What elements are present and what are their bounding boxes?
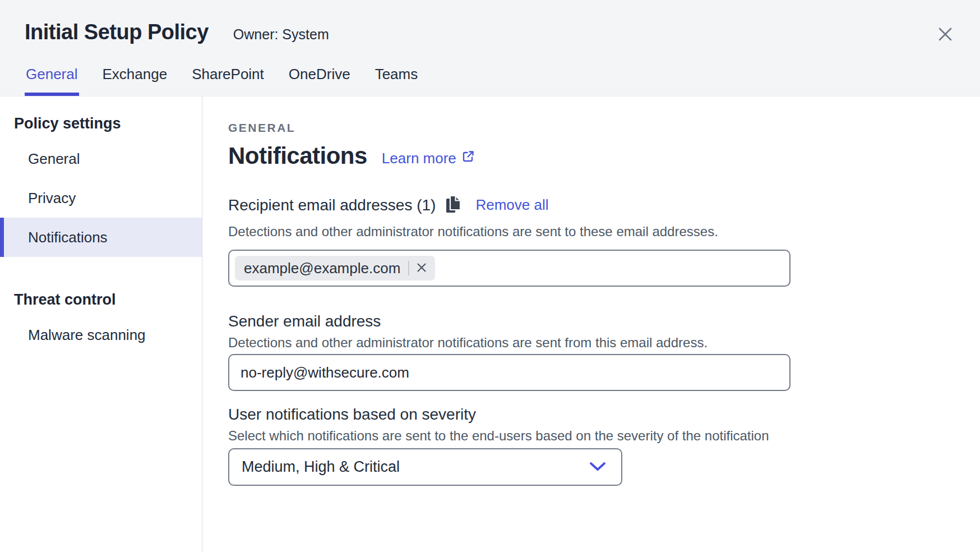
external-link-icon xyxy=(461,150,475,167)
sender-email-field[interactable] xyxy=(228,354,791,391)
sender-email-label: Sender email address xyxy=(228,312,980,330)
learn-more-label: Learn more xyxy=(382,150,456,167)
copy-icon xyxy=(446,195,461,215)
sidebar-item-general[interactable]: General xyxy=(0,139,202,178)
chip-remove-button[interactable] xyxy=(415,261,428,276)
dialog-header: Initial Setup Policy Owner: System Gener… xyxy=(0,0,980,96)
chip-divider xyxy=(408,261,409,275)
tab-onedrive[interactable]: OneDrive xyxy=(288,66,352,96)
sidebar-item-malware-scanning[interactable]: Malware scanning xyxy=(0,315,202,355)
policy-dialog: Initial Setup Policy Owner: System Gener… xyxy=(0,0,980,551)
recipient-emails-input[interactable]: example@example.com xyxy=(228,250,791,287)
sidebar-section-gap xyxy=(0,257,202,284)
close-icon xyxy=(936,25,954,45)
tab-teams[interactable]: Teams xyxy=(374,66,419,96)
section-eyebrow: GENERAL xyxy=(228,121,980,135)
severity-dropdown[interactable]: Medium, High & Critical xyxy=(228,448,622,486)
severity-description: Select which notifications are sent to t… xyxy=(228,428,980,444)
panel-title: Notifications xyxy=(228,142,367,169)
sidebar-item-notifications[interactable]: Notifications xyxy=(0,218,202,257)
sidebar-heading-threat-control: Threat control xyxy=(0,284,202,315)
title-row: Initial Setup Policy Owner: System xyxy=(25,20,329,44)
chip-remove-icon xyxy=(416,262,427,275)
recipient-emails-label: Recipient email addresses (1) xyxy=(228,196,436,214)
severity-label: User notifications based on severity xyxy=(228,406,980,424)
tab-general[interactable]: General xyxy=(25,66,79,96)
notifications-panel: GENERAL Notifications Learn more xyxy=(202,96,980,551)
tab-bar: General Exchange SharePoint OneDrive Tea… xyxy=(25,66,419,96)
page-title: Initial Setup Policy xyxy=(25,20,209,44)
sidebar-item-privacy[interactable]: Privacy xyxy=(0,178,202,218)
email-chip-value: example@example.com xyxy=(244,260,400,277)
sidebar-heading-policy-settings: Policy settings xyxy=(0,108,202,139)
tab-sharepoint[interactable]: SharePoint xyxy=(191,66,265,96)
tab-exchange[interactable]: Exchange xyxy=(101,66,169,96)
sender-description: Detections and other administrator notif… xyxy=(228,335,980,351)
copy-button[interactable] xyxy=(446,195,461,215)
close-button[interactable] xyxy=(933,22,958,47)
owner-label: Owner: System xyxy=(233,26,329,43)
chevron-down-icon xyxy=(589,458,607,476)
recipient-description: Detections and other administrator notif… xyxy=(228,224,980,240)
severity-selected-value: Medium, High & Critical xyxy=(242,458,400,476)
email-chip: example@example.com xyxy=(235,256,435,280)
learn-more-link[interactable]: Learn more xyxy=(382,150,475,167)
remove-all-link[interactable]: Remove all xyxy=(475,196,548,214)
settings-sidebar: Policy settings General Privacy Notifica… xyxy=(0,96,202,551)
